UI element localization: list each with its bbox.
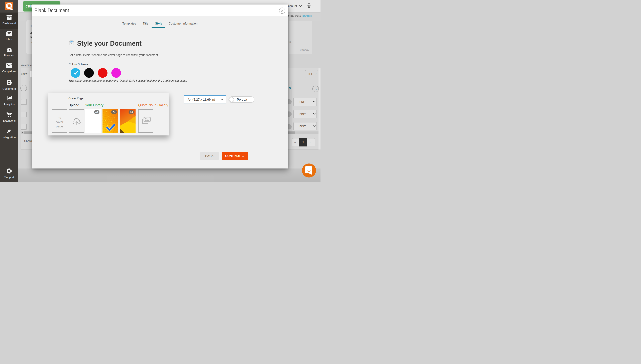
svg-text:Z: Z: [290, 88, 291, 90]
svg-text:A: A: [290, 87, 291, 88]
